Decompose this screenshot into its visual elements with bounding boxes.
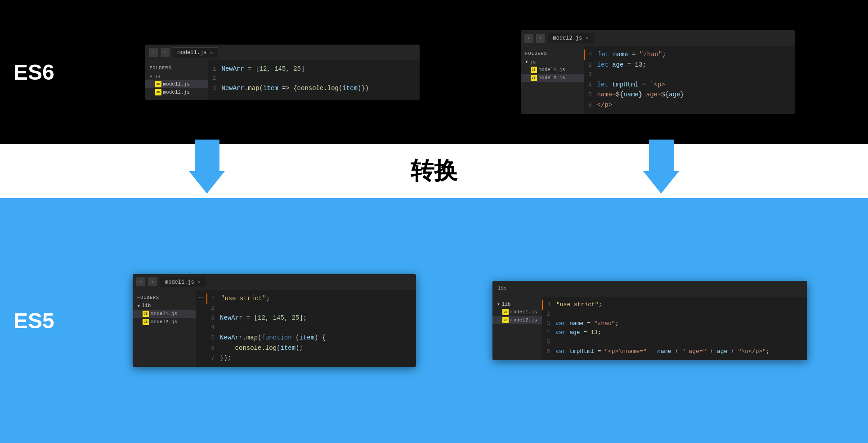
- folder-name-2: js: [530, 59, 536, 65]
- js-icon-4: JS: [531, 75, 537, 81]
- editor-body-4: ▾ lib JS model1.js JS model2.js 1: [492, 297, 807, 360]
- filename-1: model1.js: [163, 81, 190, 87]
- arrow-left: [189, 140, 225, 194]
- back-btn[interactable]: ‹: [149, 48, 158, 57]
- code-line-c3: 3 var name = "zhao";: [542, 319, 807, 329]
- line-num: 6: [206, 344, 220, 353]
- line-num: 3: [584, 70, 597, 80]
- code-area-4: 1 "use strict"; 2 3 var name = "zhao";: [542, 297, 807, 360]
- chevron-icon-2: ▾: [525, 59, 528, 65]
- file-model2-b2[interactable]: JS model2.js: [492, 316, 542, 324]
- code-line-3: 3 NewArr.map(item => {console.log(item)}…: [208, 83, 420, 94]
- editor-body-3: FOLDERS ▾ lib JS model1.js JS model2.js: [133, 290, 416, 367]
- code-text: var age = 13;: [555, 328, 601, 338]
- minimap-area: ⋯: [196, 290, 206, 367]
- folders-title-2: FOLDERS: [521, 50, 584, 58]
- line-num: 2: [208, 74, 222, 83]
- editor-body-1: FOLDERS ▾ js JS model1.js JS model2.js: [145, 60, 420, 100]
- file-model2-2[interactable]: JS model2.js: [521, 74, 584, 82]
- titlebar-inner: lib: [496, 286, 508, 291]
- file-model1-b2[interactable]: JS model1.js: [492, 308, 542, 316]
- titlebar-4: lib: [492, 281, 807, 297]
- js-icon-6: JS: [143, 319, 149, 325]
- filename-7: model1.js: [510, 309, 537, 315]
- code-line-b6: 6 console.log(item);: [206, 343, 416, 353]
- file-model2[interactable]: JS model2.js: [145, 88, 208, 96]
- chevron-icon: ▾: [150, 73, 153, 79]
- top-editor-2: ‹ › model2.js ✕ FOLDERS ▾ js JS model1.j: [521, 30, 795, 114]
- code-line-c2: 2: [542, 310, 807, 319]
- code-text: NewArr.map(function (item) {: [220, 333, 326, 343]
- chevron-icon-3: ▾: [137, 303, 140, 309]
- code-text: let age = 13;: [597, 60, 646, 70]
- forward-btn[interactable]: ›: [161, 48, 170, 57]
- filename-3: model1.js: [539, 67, 565, 72]
- middle-section: 转换: [0, 144, 868, 198]
- code-line-1: 1 let name = "zhao";: [584, 50, 795, 60]
- tab-close-3[interactable]: ✕: [198, 280, 201, 285]
- bottom-editors: ‹ › model1.js ✕ FOLDERS ▾ lib JS model1.: [108, 274, 832, 367]
- code-text: "use strict";: [221, 294, 270, 303]
- es5-label: ES5: [13, 308, 54, 333]
- arrow-head-right: [643, 171, 679, 194]
- code-text: var tmpHtml = "<p>\nname=" + name + " ag…: [555, 347, 770, 357]
- forward-btn-3[interactable]: ›: [148, 277, 157, 286]
- code-line-b1: 1 "use strict";: [206, 294, 416, 304]
- folder-name: js: [154, 73, 160, 79]
- code-line-2: 2 let age = 13;: [584, 60, 795, 70]
- tab-model2[interactable]: model2.js ✕: [548, 33, 594, 43]
- code-line-4: 4 let tmpHtml = `<p>: [584, 80, 795, 90]
- folder-js-2[interactable]: ▾ js: [521, 58, 584, 66]
- back-btn-3[interactable]: ‹: [136, 277, 145, 286]
- code-line-c6: 6 var tmpHtml = "<p>\nname=" + name + " …: [542, 347, 807, 357]
- chevron-icon-4: ▾: [497, 301, 500, 307]
- forward-btn-2[interactable]: ›: [536, 34, 545, 43]
- line-num: 3: [542, 319, 555, 329]
- back-btn-2[interactable]: ‹: [524, 34, 533, 43]
- filename-5: model1.js: [151, 311, 177, 316]
- folder-lib[interactable]: ▾ lib: [133, 302, 196, 310]
- line-num: 1: [543, 300, 556, 310]
- sidebar-3: FOLDERS ▾ lib JS model1.js JS model2.js: [133, 290, 196, 367]
- line-num: 1: [585, 50, 598, 60]
- line-num: 5: [206, 334, 220, 343]
- code-text: console.log(item);: [220, 343, 303, 353]
- code-line-b2: 2: [206, 304, 416, 313]
- code-text: NewArr.map(item => {console.log(item)}): [222, 83, 369, 93]
- arrow-shaft-left: [195, 140, 219, 171]
- file-model2-b[interactable]: JS model2.js: [133, 318, 196, 326]
- file-model1[interactable]: JS model1.js: [145, 80, 208, 88]
- file-model1-2[interactable]: JS model1.js: [521, 66, 584, 74]
- js-icon: JS: [155, 81, 161, 87]
- titlebar-1: ‹ › model1.js ✕: [145, 45, 420, 60]
- bottom-editor-1: ‹ › model1.js ✕ FOLDERS ▾ lib JS model1.: [133, 274, 416, 367]
- line-num: 4: [206, 323, 220, 333]
- code-line-b4: 4: [206, 323, 416, 333]
- tab-label-2: model2.js: [553, 35, 582, 41]
- tab-close[interactable]: ✕: [210, 50, 213, 55]
- arrow-shaft-right: [649, 140, 674, 171]
- code-text: NewArr = [12, 145, 25]: [222, 64, 305, 74]
- folder-lib-2[interactable]: ▾ lib: [492, 300, 542, 308]
- lib-label: lib: [498, 286, 506, 291]
- sidebar-4: ▾ lib JS model1.js JS model2.js: [492, 297, 542, 360]
- tab-label: model1.js: [178, 50, 207, 56]
- line-num: 6: [542, 347, 555, 357]
- filename-4: model2.js: [539, 75, 565, 81]
- tab-model1[interactable]: model1.js ✕: [172, 47, 219, 58]
- filename-8: model2.js: [510, 317, 537, 323]
- filename-6: model2.js: [151, 319, 177, 325]
- line-num: 3: [208, 84, 222, 94]
- es6-label: ES6: [13, 60, 54, 85]
- code-line-3: 3: [584, 70, 795, 80]
- code-area-1: 1 NewArr = [12, 145, 25] 2 3 NewArr.map(…: [208, 60, 420, 100]
- file-model1-b[interactable]: JS model1.js: [133, 310, 196, 318]
- folder-js[interactable]: ▾ js: [145, 72, 208, 80]
- tab-close-2[interactable]: ✕: [586, 36, 588, 41]
- tab-model1-b[interactable]: model1.js ✕: [160, 277, 206, 287]
- top-editors: ‹ › model1.js ✕ FOLDERS ▾ js JS model1.j: [108, 30, 832, 114]
- code-line-5: 5 name=${name} age=${age}: [584, 90, 795, 100]
- titlebar-2: ‹ › model2.js ✕: [521, 30, 795, 46]
- filename-2: model2.js: [163, 90, 190, 95]
- code-text: var name = "zhao";: [555, 319, 618, 329]
